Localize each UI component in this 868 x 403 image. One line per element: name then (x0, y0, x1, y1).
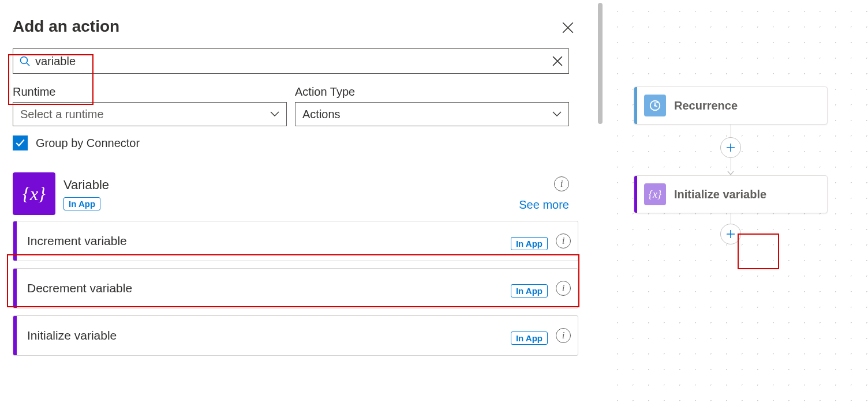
action-increment-variable[interactable]: Increment variable In App i (13, 221, 578, 261)
action-list: Increment variable In App i Decrement va… (13, 221, 581, 356)
svg-point-0 (21, 57, 28, 64)
connector-title: Variable (63, 178, 519, 193)
connector-info-button[interactable]: i (554, 176, 569, 191)
connector-header: {x} Variable In App i See more (13, 172, 569, 215)
search-box[interactable] (13, 48, 569, 74)
plus-icon (726, 143, 735, 152)
action-accent (13, 269, 17, 308)
card-label: Recurrence (674, 99, 738, 112)
action-label: Initialize variable (27, 329, 511, 342)
panel-scrollbar-thumb[interactable] (598, 3, 603, 124)
add-step-button-end[interactable] (720, 224, 741, 244)
recurrence-card[interactable]: Recurrence (634, 86, 828, 125)
action-info-button[interactable]: i (556, 328, 571, 343)
action-type-select[interactable]: Actions (295, 102, 569, 126)
clock-icon (649, 99, 661, 112)
action-initialize-variable[interactable]: Initialize variable In App i (13, 315, 578, 356)
runtime-placeholder: Select a runtime (20, 108, 270, 121)
search-input[interactable] (35, 55, 552, 68)
svg-point-3 (656, 101, 658, 103)
flow-line (731, 158, 731, 171)
group-by-connector-label: Group by Connector (36, 137, 140, 150)
close-icon (562, 22, 574, 33)
action-label: Increment variable (27, 234, 511, 248)
checkmark-icon (15, 138, 25, 148)
connector-in-app-badge: In App (63, 197, 100, 210)
runtime-select[interactable]: Select a runtime (13, 102, 287, 126)
group-by-connector-row: Group by Connector (13, 135, 581, 150)
panel-title: Add an action (13, 17, 583, 36)
flow-container: Recurrence {x} Initialize variable (634, 86, 828, 244)
action-in-app-badge: In App (511, 237, 548, 250)
close-icon (552, 56, 563, 66)
action-type-value: Actions (302, 108, 552, 121)
flow-line (731, 213, 731, 224)
add-step-button[interactable] (720, 137, 741, 158)
card-accent (634, 87, 637, 124)
chevron-down-icon (270, 111, 279, 117)
initialize-variable-card[interactable]: {x} Initialize variable (634, 175, 828, 213)
see-more-link[interactable]: See more (519, 198, 569, 212)
plus-icon (726, 229, 735, 239)
action-in-app-badge: In App (511, 284, 548, 297)
search-icon (19, 55, 31, 67)
panel-scrollbar-track[interactable] (594, 0, 606, 403)
runtime-filter: Runtime Select a runtime (13, 85, 287, 126)
action-type-label: Action Type (295, 85, 569, 99)
flow-line (731, 125, 731, 137)
arrow-down-icon (727, 171, 734, 175)
card-accent (634, 176, 637, 213)
search-clear-button[interactable] (552, 56, 563, 66)
recurrence-icon (644, 95, 666, 116)
action-in-app-badge: In App (511, 332, 548, 345)
variable-icon: {x} (644, 183, 666, 205)
action-accent (13, 221, 17, 261)
action-decrement-variable[interactable]: Decrement variable In App i (13, 268, 578, 308)
action-label: Decrement variable (27, 281, 511, 295)
flow-canvas[interactable]: Recurrence {x} Initialize variable (606, 0, 868, 403)
action-accent (13, 316, 17, 355)
runtime-label: Runtime (13, 85, 287, 99)
chevron-down-icon (552, 111, 562, 117)
action-type-filter: Action Type Actions (295, 85, 569, 126)
card-label: Initialize variable (674, 188, 766, 201)
group-by-connector-checkbox[interactable] (13, 135, 28, 150)
action-info-button[interactable]: i (556, 281, 571, 296)
variable-connector-icon: {x} (13, 172, 55, 215)
add-action-panel: Add an action Runtime Select a runtime A… (0, 0, 594, 403)
close-button[interactable] (560, 20, 576, 36)
filter-row: Runtime Select a runtime Action Type Act… (13, 85, 569, 126)
action-info-button[interactable]: i (556, 233, 571, 248)
